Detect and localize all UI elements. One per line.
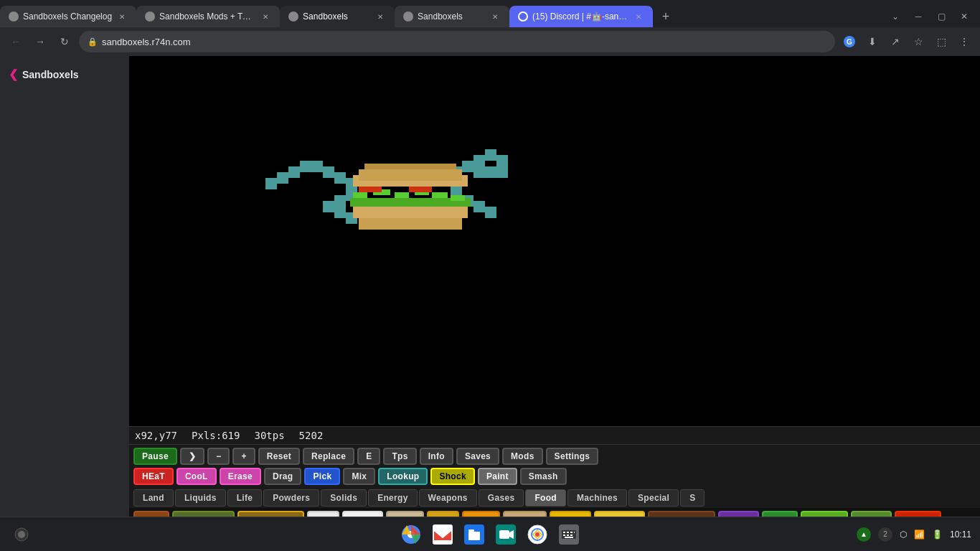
svg-rect-2 [265,178,277,189]
svg-rect-59 [563,532,565,533]
tab-changelog[interactable]: Sandboxels Changelog ✕ [0,6,136,27]
play-icon[interactable] [524,522,550,547]
smash-tool[interactable]: Smash [520,468,567,485]
close-button[interactable]: ✕ [954,6,974,27]
download-button[interactable]: ⬇ [862,32,882,52]
erase-tool[interactable]: Erase [220,468,261,485]
keyboard-icon[interactable] [556,522,582,547]
taskbar-badge-2: 2 [878,527,892,542]
sandboxels-icon-4 [403,11,413,22]
svg-rect-29 [353,207,468,218]
address-bar-row: ← → ↻ 🔒 sandboxels.r74n.com G ⬇ ↗ ☆ ⬚ ⋮ [0,27,980,56]
cat-solids[interactable]: Solids [321,489,367,507]
extensions-button[interactable]: ⬚ [931,32,951,52]
svg-rect-13 [334,207,346,218]
reset-button[interactable]: Reset [258,448,300,465]
cat-powders[interactable]: Powders [263,489,319,507]
forward-button[interactable]: → [30,32,50,52]
replace-button[interactable]: Replace [303,448,354,465]
pixels-display: Pxls:619 [192,430,240,441]
tab-label-3: Sandboxels [303,11,370,22]
tab-close-5[interactable]: ✕ [633,11,644,22]
pick-tool[interactable]: Pick [304,468,340,485]
tab-sandboxels-active[interactable]: Sandboxels ✕ [280,6,395,27]
controls-area: Pause ❯ − + Reset Replace E Tps Info Sav… [129,444,980,488]
taskbar-left-area [9,522,34,547]
back-chevron[interactable]: ❮ [9,67,18,81]
game-scene-svg [237,92,595,321]
tab-close-1[interactable]: ✕ [116,11,128,22]
files-icon[interactable] [461,522,487,547]
cat-special[interactable]: Special [628,489,679,507]
cat-life[interactable]: Life [227,489,263,507]
pause-button[interactable]: Pause [133,448,177,465]
heat-tool[interactable]: HEaT [133,468,174,485]
svg-rect-21 [462,161,473,172]
taskbar-badge: ▲ [857,527,871,542]
tab-close-3[interactable]: ✕ [374,11,386,22]
tab-sandboxels-2[interactable]: Sandboxels ✕ [395,6,509,27]
meet-icon[interactable] [493,522,519,547]
mods-button[interactable]: Mods [502,448,543,465]
cool-tool[interactable]: CooL [176,468,217,485]
svg-rect-18 [496,166,508,178]
cat-machines[interactable]: Machines [567,489,627,507]
minimize-button[interactable]: ─ [908,6,928,27]
tab-close-2[interactable]: ✕ [260,11,271,22]
share-button[interactable]: ↗ [885,32,905,52]
sidebar: ❮ Sandboxels [0,56,129,551]
lookup-tool[interactable]: Lookup [378,468,428,485]
minus-button[interactable]: − [207,448,230,465]
wifi-icon: 📶 [914,529,925,540]
drag-tool[interactable]: Drag [264,468,302,485]
cat-food[interactable]: Food [525,489,566,507]
address-bar[interactable]: 🔒 sandboxels.r74n.com [79,31,835,52]
svg-rect-5 [300,161,311,172]
plus-button[interactable]: + [232,448,255,465]
menu-button[interactable]: ⋮ [954,32,974,52]
tab-mods-tutorial[interactable]: Sandboxels Mods + Tutorial ✕ [136,6,280,27]
shock-tool[interactable]: Shock [430,468,475,485]
bookmark-button[interactable]: ☆ [908,32,928,52]
sidebar-app-name: Sandboxels [22,69,79,80]
back-button[interactable]: ← [6,32,26,52]
tps-button[interactable]: Tps [383,448,416,465]
tab-label-1: Sandboxels Changelog [23,11,112,22]
tab-discord[interactable]: (15) Discord | #🤖-sandb… ✕ [509,6,653,27]
settings-button[interactable]: Settings [546,448,599,465]
svg-rect-26 [473,201,485,212]
svg-rect-64 [567,534,569,536]
paint-tool[interactable]: Paint [478,468,517,485]
cat-gases[interactable]: Gases [479,489,524,507]
info-button[interactable]: Info [420,448,453,465]
svg-rect-40 [359,169,462,181]
step-button[interactable]: ❯ [180,448,204,465]
gmail-icon[interactable] [430,522,456,547]
chrome-icon[interactable] [398,522,424,547]
cat-energy[interactable]: Energy [368,489,417,507]
maximize-button[interactable]: ▢ [931,6,951,27]
tab-dropdown-button[interactable]: ⌄ [885,6,905,27]
cat-land[interactable]: Land [133,489,174,507]
tab-close-4[interactable]: ✕ [489,11,501,22]
svg-point-55 [535,532,540,537]
url-text: sandboxels.r74n.com [102,37,826,47]
svg-rect-7 [323,166,334,178]
mix-tool[interactable]: Mix [343,468,375,485]
cat-liquids[interactable]: Liquids [175,489,226,507]
svg-rect-49 [468,529,474,532]
tab-label-2: Sandboxels Mods + Tutorial [159,11,255,22]
new-tab-button[interactable]: + [656,6,676,27]
taskbar-time: 10:11 [950,529,971,540]
cat-weapons[interactable]: Weapons [419,489,477,507]
game-canvas[interactable] [129,56,980,426]
cat-s[interactable]: S [680,489,705,507]
svg-rect-65 [570,534,573,536]
count-display: 5202 [299,430,324,441]
e-button[interactable]: E [357,448,380,465]
saves-button[interactable]: Saves [456,448,499,465]
svg-text:G: G [847,38,852,46]
coords-display: x92,y77 [135,430,177,441]
reload-button[interactable]: ↻ [55,32,75,52]
google-button[interactable]: G [839,32,859,52]
